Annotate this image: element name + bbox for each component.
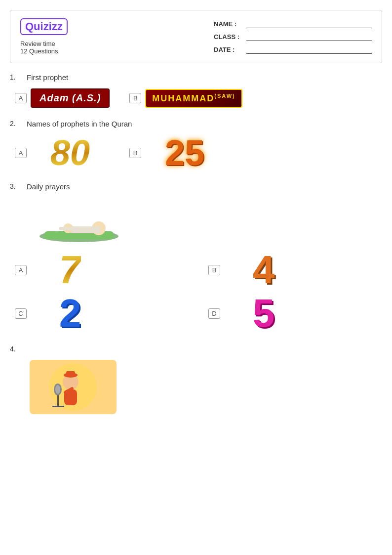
name-input-line[interactable] [246, 19, 372, 28]
number-25: 25 [165, 135, 204, 171]
question-2-number: 2. [10, 120, 22, 128]
option-2a: A 80 [15, 135, 110, 171]
number-5: 5 [253, 294, 275, 333]
logo-text: Quizizz [25, 20, 63, 33]
question-3-header: 3. Daily prayers [10, 182, 382, 191]
svg-point-14 [55, 385, 60, 394]
option-3-label-a: A [15, 265, 27, 275]
option-3-label-b: B [208, 265, 220, 275]
question-3-text: Daily prayers [27, 182, 70, 191]
question-1-options: A Adam (A.S.) B MUHAMMAD(SAW) [15, 88, 382, 108]
muhammad-text: MUHAMMAD(SAW) [145, 89, 242, 108]
number-4: 4 [253, 250, 275, 290]
questions-count: 12 Questions [20, 47, 68, 55]
option-1b-image: MUHAMMAD(SAW) [145, 89, 242, 108]
number-7: 7 [59, 250, 81, 290]
class-input-line[interactable] [246, 32, 372, 41]
option-1a: A Adam (A.S.) [15, 88, 110, 108]
adam-text: Adam (A.S.) [31, 88, 110, 108]
option-label-a: A [15, 93, 27, 103]
svg-rect-10 [66, 371, 75, 376]
option-2-label-b: B [129, 148, 141, 158]
number-2: 2 [59, 294, 81, 333]
header-right: NAME : CLASS : DATE : [214, 19, 372, 54]
option-3d-image: 5 [224, 294, 303, 333]
svg-rect-5 [59, 227, 74, 230]
question-4-header: 4. [10, 345, 382, 353]
question-3-number: 3. [10, 182, 22, 190]
question-2-options: A 80 B 25 [15, 135, 382, 171]
q4-image [30, 360, 117, 414]
prayer-svg [35, 198, 123, 242]
option-3b-image: 4 [224, 250, 303, 290]
svg-rect-3 [69, 226, 101, 233]
date-field-row: DATE : [214, 45, 372, 54]
question-2-header: 2. Names of prophets in the Quran [10, 120, 382, 128]
option-3c-image: 2 [31, 294, 110, 333]
option-1b: B MUHAMMAD(SAW) [129, 89, 242, 108]
class-label: CLASS : [214, 33, 243, 41]
option-3-label-c: C [15, 308, 27, 319]
quizizz-logo: Quizizz [20, 18, 68, 35]
question-3: 3. Daily prayers A [10, 182, 382, 333]
review-title: Review time [20, 40, 68, 47]
number-80: 80 [50, 135, 90, 171]
option-3d: D 5 [208, 294, 382, 333]
name-label: NAME : [214, 20, 243, 28]
option-3a: A 7 [15, 250, 189, 290]
prayer-image-area [35, 198, 382, 244]
option-3c: C 2 [15, 294, 189, 333]
question-2: 2. Names of prophets in the Quran A 80 B… [10, 120, 382, 171]
option-2b-image: 25 [145, 135, 224, 171]
question-4: 4. [10, 345, 382, 414]
svg-rect-12 [52, 406, 64, 407]
question-2-text: Names of prophets in the Quran [27, 120, 132, 128]
question-4-image-area [30, 360, 382, 414]
singer-svg [39, 362, 108, 412]
question-1: 1. First prophet A Adam (A.S.) B MUHAMMA… [10, 73, 382, 108]
option-2-label-a: A [15, 148, 27, 158]
question-1-header: 1. First prophet [10, 73, 382, 82]
option-3-label-d: D [208, 308, 220, 319]
option-2a-image: 80 [31, 135, 110, 171]
class-field-row: CLASS : [214, 32, 372, 41]
option-3b: B 4 [208, 250, 382, 290]
option-2b: B 25 [129, 135, 224, 171]
header-box: Quizizz Review time 12 Questions NAME : … [10, 10, 382, 63]
date-label: DATE : [214, 46, 243, 53]
option-label-b: B [129, 93, 141, 103]
date-input-line[interactable] [246, 45, 372, 54]
question-1-number: 1. [10, 73, 22, 81]
option-3a-image: 7 [31, 250, 110, 290]
question-4-number: 4. [10, 345, 22, 353]
question-1-text: First prophet [27, 73, 68, 82]
option-1a-image: Adam (A.S.) [31, 88, 110, 108]
question-3-options-grid: A 7 B 4 C 2 D 5 [15, 250, 382, 333]
name-field-row: NAME : [214, 19, 372, 28]
header-left: Quizizz Review time 12 Questions [20, 18, 68, 55]
